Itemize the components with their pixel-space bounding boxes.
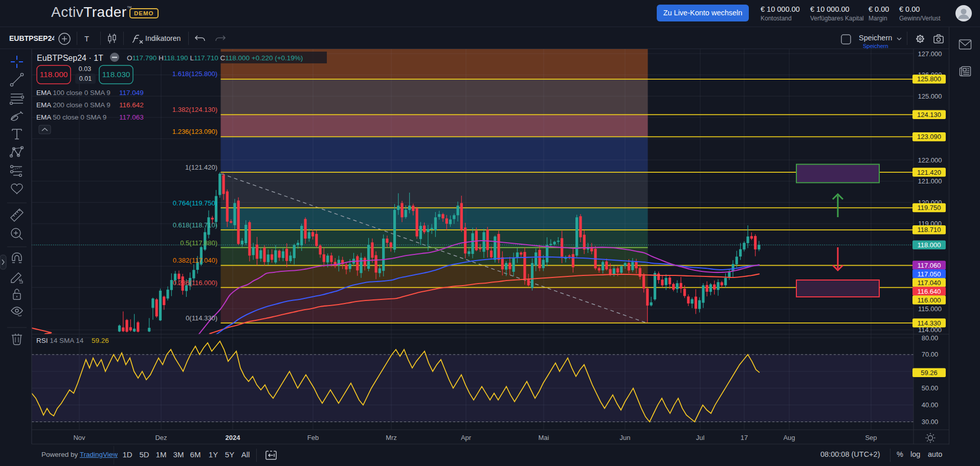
svg-text:59.26: 59.26 xyxy=(921,369,938,377)
svg-text:0.236(116.000): 0.236(116.000) xyxy=(173,279,217,287)
svg-text:Dez: Dez xyxy=(155,434,167,441)
svg-text:Aug: Aug xyxy=(783,434,795,441)
svg-text:116.000: 116.000 xyxy=(917,296,941,304)
svg-text:121.000: 121.000 xyxy=(918,177,942,185)
svg-text:116.642: 116.642 xyxy=(119,101,144,109)
svg-text:Feb: Feb xyxy=(307,434,319,441)
svg-text:118.030: 118.030 xyxy=(102,70,130,79)
svg-text:O117.790 H118.190 L117.710 C11: O117.790 H118.190 L117.710 C118.000 +0.2… xyxy=(127,54,303,62)
svg-text:Sep: Sep xyxy=(865,434,877,441)
svg-text:1(121.420): 1(121.420) xyxy=(185,164,217,171)
svg-text:0.5(117.880): 0.5(117.880) xyxy=(180,239,217,247)
svg-text:117.063: 117.063 xyxy=(119,113,144,121)
svg-text:127.000: 127.000 xyxy=(918,50,942,58)
svg-text:Nov: Nov xyxy=(73,434,85,441)
svg-text:2024: 2024 xyxy=(226,434,241,441)
svg-text:EMA 50 close 0 SMA 9: EMA 50 close 0 SMA 9 xyxy=(36,113,106,121)
svg-text:1.382(124.130): 1.382(124.130) xyxy=(172,106,217,113)
svg-text:119.750: 119.750 xyxy=(917,204,941,212)
svg-text:70.00: 70.00 xyxy=(922,351,939,358)
svg-text:117.049: 117.049 xyxy=(119,89,144,97)
svg-text:EuBTPSep24 · 1T: EuBTPSep24 · 1T xyxy=(37,54,103,62)
svg-text:0.764(119.750): 0.764(119.750) xyxy=(173,199,217,207)
svg-text:59.26: 59.26 xyxy=(92,337,109,344)
svg-text:Mrz: Mrz xyxy=(386,434,397,441)
svg-text:0.382(117.040): 0.382(117.040) xyxy=(173,257,217,264)
svg-text:116.640: 116.640 xyxy=(917,288,941,295)
svg-text:0.01: 0.01 xyxy=(79,75,92,82)
svg-text:30.00: 30.00 xyxy=(922,418,939,426)
svg-text:118.710: 118.710 xyxy=(917,226,941,234)
svg-text:80.00: 80.00 xyxy=(922,334,939,342)
svg-text:118.000: 118.000 xyxy=(917,241,941,249)
svg-text:123.090: 123.090 xyxy=(917,133,941,141)
svg-text:1.236(123.090): 1.236(123.090) xyxy=(172,128,217,135)
svg-text:125.000: 125.000 xyxy=(918,92,942,100)
svg-text:0(114.330): 0(114.330) xyxy=(186,314,217,322)
svg-text:17: 17 xyxy=(741,434,748,441)
svg-text:1.618(125.800): 1.618(125.800) xyxy=(172,70,217,78)
svg-text:121.420: 121.420 xyxy=(917,169,941,176)
svg-text:124.130: 124.130 xyxy=(917,111,941,119)
svg-text:40.00: 40.00 xyxy=(922,401,939,409)
svg-text:Apr: Apr xyxy=(461,434,472,441)
svg-text:125.800: 125.800 xyxy=(917,75,941,83)
svg-text:114.330: 114.330 xyxy=(917,319,941,327)
svg-text:118.000: 118.000 xyxy=(40,70,68,79)
svg-text:115.000: 115.000 xyxy=(918,305,942,313)
svg-text:RSI 14 SMA 14: RSI 14 SMA 14 xyxy=(36,337,84,344)
svg-text:117.040: 117.040 xyxy=(917,279,941,287)
svg-text:117.060: 117.060 xyxy=(917,262,941,269)
svg-text:EMA 100 close 0 SMA 9: EMA 100 close 0 SMA 9 xyxy=(36,89,110,97)
svg-text:0.03: 0.03 xyxy=(79,65,91,73)
svg-text:117.050: 117.050 xyxy=(917,270,941,278)
svg-text:122.000: 122.000 xyxy=(918,156,942,164)
svg-text:EMA 200 close 0 SMA 9: EMA 200 close 0 SMA 9 xyxy=(36,101,110,109)
svg-text:Jul: Jul xyxy=(696,434,705,441)
svg-text:Mai: Mai xyxy=(539,434,549,441)
svg-text:50.00: 50.00 xyxy=(922,384,939,392)
svg-text:Jun: Jun xyxy=(620,434,631,441)
svg-text:0.618(118.710): 0.618(118.710) xyxy=(173,221,217,229)
